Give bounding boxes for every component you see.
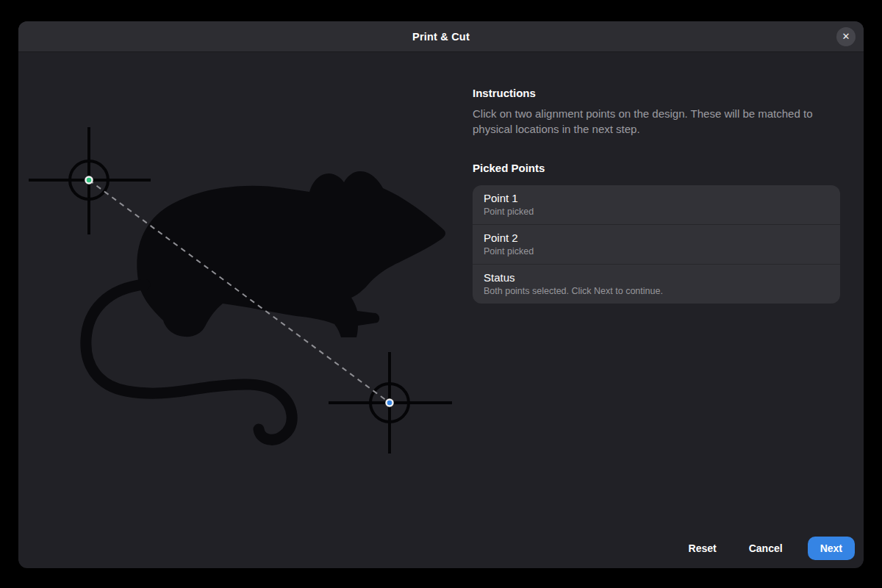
picked-points-heading: Picked Points (473, 162, 840, 174)
cancel-button[interactable]: Cancel (742, 537, 790, 560)
design-canvas[interactable] (18, 53, 481, 567)
close-icon[interactable]: ✕ (836, 27, 856, 46)
alignment-point-1[interactable] (86, 177, 93, 184)
next-button[interactable]: Next (808, 537, 855, 560)
point-1-title: Point 1 (484, 192, 829, 204)
dialog-title: Print & Cut (412, 31, 470, 43)
picked-points-list: Point 1 Point picked Point 2 Point picke… (473, 185, 840, 304)
list-item-status: Status Both points selected. Click Next … (473, 265, 840, 304)
instructions-body: Click on two alignment points on the des… (473, 106, 840, 137)
side-panel: Instructions Click on two alignment poin… (473, 53, 840, 304)
status-title: Status (484, 271, 829, 284)
reset-button[interactable]: Reset (681, 537, 724, 560)
list-item-point-2: Point 2 Point picked (473, 225, 840, 265)
alignment-point-2[interactable] (387, 400, 393, 406)
list-item-point-1: Point 1 Point picked (473, 185, 840, 225)
point-1-status: Point picked (484, 207, 829, 217)
status-message: Both points selected. Click Next to cont… (484, 286, 829, 296)
dialog-header: Print & Cut ✕ (18, 21, 864, 52)
print-and-cut-dialog: Print & Cut ✕ Instructions Click on two … (18, 21, 864, 568)
point-2-title: Point 2 (484, 232, 829, 244)
dialog-action-bar: Reset Cancel Next (681, 537, 855, 560)
point-2-status: Point picked (484, 246, 829, 257)
instructions-heading: Instructions (473, 87, 840, 99)
